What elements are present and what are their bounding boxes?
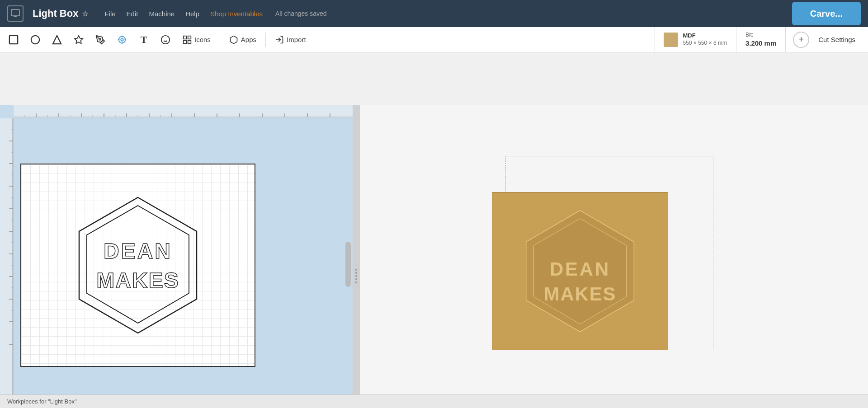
splitter-dot — [355, 281, 357, 283]
panel-splitter[interactable] — [353, 105, 360, 408]
carve-button[interactable]: Carve... — [792, 2, 861, 25]
app-icon — [7, 5, 24, 22]
apps-label: Apps — [241, 36, 256, 43]
main-content: DEAN MAKES inch mm — [0, 105, 868, 408]
ruler-left — [0, 118, 14, 408]
3d-preview: DEAN MAKES — [492, 156, 736, 373]
cut-settings-button[interactable]: Cut Settings — [809, 27, 864, 52]
save-status: All changes saved — [275, 10, 327, 17]
rectangle-tool[interactable] — [4, 30, 24, 50]
toolbar: T Icons Apps Import MDF 550 × 550 × 6 mm… — [0, 27, 868, 52]
svg-rect-19 — [184, 40, 187, 43]
title-text: Light Box — [33, 8, 78, 19]
preview-area: DEAN MAKES Detailed preview Simulate — [360, 105, 868, 408]
svg-point-4 — [31, 35, 39, 43]
import-button[interactable]: Import — [269, 30, 311, 50]
svg-point-9 — [121, 38, 123, 41]
icons-button[interactable]: Icons — [177, 30, 216, 50]
mdf-board: DEAN MAKES — [492, 192, 668, 350]
apps-button[interactable]: Apps — [224, 30, 262, 50]
emoji-tool[interactable] — [156, 30, 175, 50]
icons-label: Icons — [194, 36, 211, 43]
ruler-top — [14, 105, 353, 118]
material-text: MDF 550 × 550 × 6 mm — [683, 32, 726, 47]
main-menu: File Edit Machine Help Shop Inventables — [104, 10, 263, 18]
edit-menu[interactable]: Edit — [127, 10, 138, 18]
design-canvas[interactable]: DEAN MAKES — [14, 118, 298, 408]
svg-text:MAKES: MAKES — [544, 283, 617, 304]
splitter-dot — [355, 272, 357, 274]
svg-text:MAKES: MAKES — [96, 268, 179, 292]
workspace: DEAN MAKES — [20, 164, 255, 367]
triangle-tool[interactable] — [47, 30, 67, 50]
svg-rect-20 — [188, 40, 191, 43]
svg-text:DEAN: DEAN — [550, 258, 610, 279]
circle-tool[interactable] — [25, 30, 45, 50]
pen-tool[interactable] — [90, 30, 110, 50]
svg-point-7 — [99, 38, 101, 40]
text-tool[interactable]: T — [134, 30, 154, 50]
toolbar-divider — [220, 33, 220, 47]
svg-marker-64 — [79, 197, 197, 333]
file-menu[interactable]: File — [104, 10, 115, 18]
svg-text:DEAN: DEAN — [104, 239, 172, 263]
star-tool[interactable] — [69, 30, 89, 50]
splitter-dot — [355, 275, 357, 277]
preview-canvas: DEAN MAKES — [360, 105, 868, 408]
svg-rect-0 — [11, 9, 19, 16]
material-info[interactable]: MDF 550 × 550 × 6 mm — [655, 27, 736, 52]
bit-value: 3.200 mm — [745, 39, 776, 48]
svg-marker-65 — [87, 206, 189, 323]
top-navigation: Light Box ☆ File Edit Machine Help Shop … — [0, 0, 868, 27]
add-material-button[interactable]: + — [793, 32, 809, 48]
material-color-swatch — [664, 33, 678, 47]
status-text: Workpieces for "Light Box" — [7, 398, 77, 405]
svg-rect-3 — [9, 35, 18, 43]
import-label: Import — [287, 36, 306, 43]
svg-marker-6 — [75, 35, 83, 43]
svg-point-14 — [161, 35, 170, 43]
bit-label: Bit: — [745, 32, 776, 39]
vertical-scrollbar[interactable] — [345, 242, 351, 287]
status-bar: Workpieces for "Light Box" — [0, 394, 868, 408]
target-tool[interactable] — [112, 30, 132, 50]
favorite-icon[interactable]: ☆ — [82, 9, 88, 18]
toolbar-divider2 — [265, 33, 266, 47]
svg-marker-5 — [53, 35, 61, 43]
splitter-dot — [355, 269, 357, 271]
svg-rect-18 — [188, 36, 191, 39]
bit-text: Bit: 3.200 mm — [745, 32, 776, 47]
bit-info[interactable]: Bit: 3.200 mm — [736, 27, 786, 52]
hex-design: DEAN MAKES — [61, 188, 215, 342]
splitter-dot — [355, 278, 357, 280]
machine-menu[interactable]: Machine — [149, 10, 175, 18]
svg-point-8 — [119, 36, 126, 43]
design-canvas-area[interactable]: DEAN MAKES inch mm — [0, 105, 353, 408]
help-menu[interactable]: Help — [185, 10, 199, 18]
svg-rect-17 — [184, 36, 187, 39]
material-name: MDF — [683, 32, 726, 40]
shop-menu[interactable]: Shop Inventables — [210, 10, 263, 18]
project-title: Light Box ☆ — [33, 8, 88, 19]
material-dimensions: 550 × 550 × 6 mm — [683, 40, 726, 47]
